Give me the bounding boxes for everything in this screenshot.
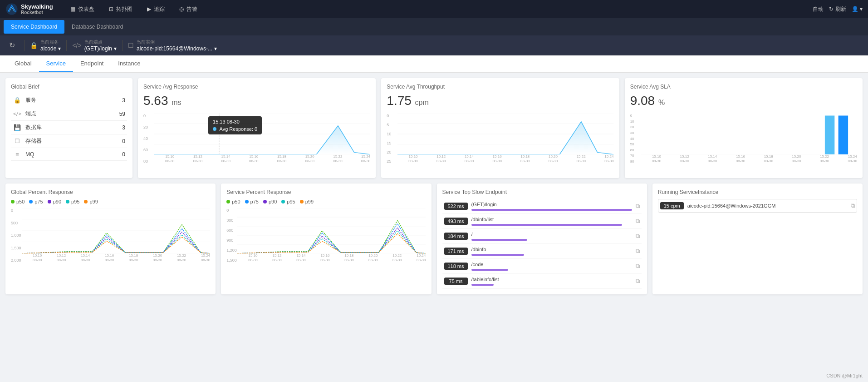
- endpoint-value-button[interactable]: (GET)/login ▾: [84, 45, 117, 52]
- tab-global[interactable]: Global: [7, 55, 39, 72]
- auto-label: 自动: [813, 5, 824, 13]
- service-value: aicode: [40, 45, 56, 52]
- endpoint-selector: </> 当前端点 (GET)/login ▾: [72, 39, 117, 52]
- global-brief-title: Global Brief: [11, 84, 127, 90]
- nav-items: ▦ 仪表盘 ⊡ 拓扑图 ▶ 追踪 ◎ 告警: [64, 3, 813, 16]
- global-percent-title: Global Percent Response: [11, 189, 210, 195]
- tab-service-label: Service: [46, 60, 66, 67]
- tab-endpoint-label: Endpoint: [80, 60, 103, 67]
- service-percent-y-axis: 1,5001,2009006003000: [226, 208, 237, 263]
- slow-endpoint-item-0: 522 ms (GET)/login ⧉: [442, 199, 642, 214]
- svc-p50-label: p50: [232, 199, 240, 204]
- brief-item-mq: ≡ MQ 0: [11, 148, 127, 161]
- slow-bar-container-3: /dbinfo: [471, 247, 632, 256]
- nav-dashboard[interactable]: ▦ 仪表盘: [64, 3, 101, 16]
- instance-value: aicode-pid:15664@Windows-...: [137, 45, 212, 52]
- svc-p90-label: p90: [269, 199, 277, 204]
- service-percent-chart-area: 15:1008-30 15:1208-30 15:1408-30 15:1608…: [237, 208, 426, 263]
- tab-instance[interactable]: Instance: [111, 55, 147, 72]
- svc-legend-p90: p90: [263, 199, 277, 204]
- response-x-axis: 15:1008-30 15:1208-30 15:1408-30 15:1608…: [165, 154, 370, 164]
- app-sub: Rocketbot: [21, 10, 53, 15]
- response-number: 5.63: [143, 94, 168, 108]
- sla-chart: 80706050403020100 15:1008-30 15:1208-30 …: [630, 114, 857, 173]
- service-value-button[interactable]: aicode ▾: [40, 45, 61, 52]
- copy-icon-4[interactable]: ⧉: [636, 263, 640, 270]
- nav-trace[interactable]: ▶ 追踪: [141, 3, 171, 16]
- legend-p99: p99: [84, 199, 98, 204]
- db-count: 3: [122, 124, 125, 131]
- svc-p95-label: p95: [287, 199, 295, 204]
- user-icon: 👤 ▾: [852, 6, 863, 12]
- instance-value-button[interactable]: aicode-pid:15664@Windows-... ▾: [137, 45, 217, 52]
- tab-database-dashboard[interactable]: Database Dashboard: [64, 20, 130, 34]
- mq-icon: ≡: [13, 151, 22, 158]
- alarm-icon: ◎: [179, 6, 184, 12]
- service-label: 服务: [25, 96, 118, 104]
- svg-rect-15: [838, 116, 848, 155]
- copy-icon-5[interactable]: ⧉: [636, 278, 640, 285]
- nav-alarm[interactable]: ◎ 告警: [173, 3, 204, 16]
- p99-label: p99: [89, 199, 98, 204]
- nav-dashboard-label: 仪表盘: [78, 5, 94, 13]
- tab-endpoint[interactable]: Endpoint: [73, 55, 111, 72]
- throughput-svg: [397, 114, 613, 154]
- nav-topology[interactable]: ⊡ 拓扑图: [103, 3, 139, 16]
- p90-label: p90: [53, 199, 61, 204]
- row-2: Global Percent Response p50 p75 p90 p95: [5, 184, 863, 294]
- copy-icon-0[interactable]: ⧉: [636, 203, 640, 210]
- nav-topology-label: 拓扑图: [116, 5, 132, 13]
- service-percent-svg: [237, 208, 426, 253]
- global-percent-x-axis: 15:1008-30 15:1208-30 15:1408-30 15:1608…: [33, 253, 210, 263]
- slow-path-5: /tableinfo/list: [471, 277, 632, 282]
- slow-bar-5: [471, 284, 494, 286]
- global-percent-legend: p50 p75 p90 p95 p99: [11, 199, 210, 204]
- p95-label: p95: [71, 199, 79, 204]
- topology-icon: ⊡: [109, 6, 113, 12]
- slow-path-0: (GET)/login: [471, 202, 632, 207]
- p75-dot: [29, 200, 33, 203]
- app-name: Skywalking: [21, 3, 53, 10]
- user-button[interactable]: 👤 ▾: [852, 6, 863, 12]
- logo: Skywalking Rocketbot: [5, 3, 53, 15]
- tab-instance-label: Instance: [118, 60, 140, 67]
- endpoint-label: 端点: [25, 110, 116, 118]
- refresh-button[interactable]: ↻ 刷新: [829, 5, 846, 13]
- nav-trace-label: 追踪: [154, 5, 165, 13]
- instance-copy-icon-0[interactable]: ⧉: [851, 202, 855, 209]
- slow-badge-2: 184 ms: [444, 233, 468, 240]
- tab-service-dashboard[interactable]: Service Dashboard: [4, 20, 64, 34]
- svg-marker-13: [397, 122, 613, 154]
- endpoint-count: 59: [119, 111, 125, 117]
- throughput-unit: cpm: [415, 99, 429, 106]
- chevron-down-icon-3: ▾: [214, 45, 217, 52]
- copy-icon-1[interactable]: ⧉: [636, 218, 640, 225]
- copy-icon-2[interactable]: ⧉: [636, 233, 640, 240]
- logo-icon: [5, 3, 18, 15]
- slow-endpoint-list: 522 ms (GET)/login ⧉ 493 ms /dbinfo/list…: [442, 199, 642, 289]
- endpoint-label: 当前端点: [84, 39, 117, 45]
- sla-y-axis: 80706050403020100: [630, 114, 641, 164]
- global-percent-chart: 2,0001,5001,0005000: [11, 208, 210, 272]
- sla-number: 9.08: [630, 94, 655, 108]
- service-count: 3: [122, 97, 125, 104]
- auto-button[interactable]: 自动: [813, 5, 824, 13]
- copy-icon-3[interactable]: ⧉: [636, 248, 640, 255]
- db-icon: 💾: [13, 124, 22, 131]
- slow-bar-container-5: /tableinfo/list: [471, 277, 632, 286]
- svc-p95-dot: [281, 200, 285, 203]
- service-icon: 🔒: [13, 97, 22, 104]
- main-content: Global Brief 🔒 服务 3 </> 端点 59 💾 数据库 3 ☐ …: [0, 73, 868, 300]
- service-avg-response-card: Service Avg Response 5.63 ms 806040200: [138, 78, 376, 178]
- slow-bar-0: [471, 209, 632, 211]
- service-avg-sla-card: Service Avg SLA 9.08 % 80706050403020100: [625, 78, 863, 178]
- service-label: 当前服务: [40, 39, 61, 45]
- service-avg-response-value: 5.63 ms: [143, 94, 370, 108]
- tab-service[interactable]: Service: [39, 55, 73, 72]
- slow-bar-container-2: /: [471, 232, 632, 241]
- refresh-icon: ↻: [829, 6, 834, 12]
- slow-badge-5: 75 ms: [444, 278, 468, 285]
- throughput-chart-area: 15:1008-30 15:1208-30 15:1408-30 15:1608…: [397, 114, 613, 164]
- toolbar-refresh-button[interactable]: ↻: [5, 39, 19, 51]
- chevron-down-icon-2: ▾: [114, 45, 117, 52]
